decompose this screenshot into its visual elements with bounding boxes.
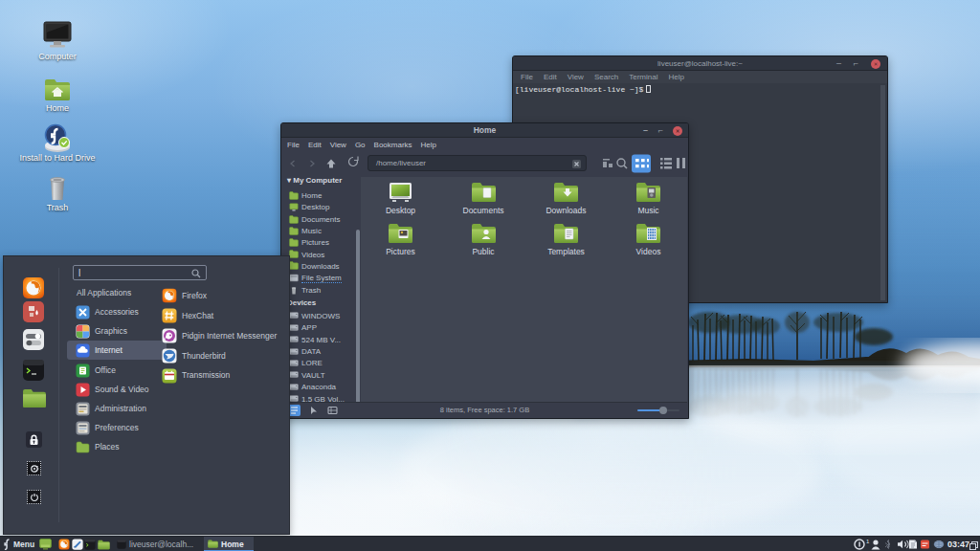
svg-text:1: 1 <box>866 539 870 544</box>
